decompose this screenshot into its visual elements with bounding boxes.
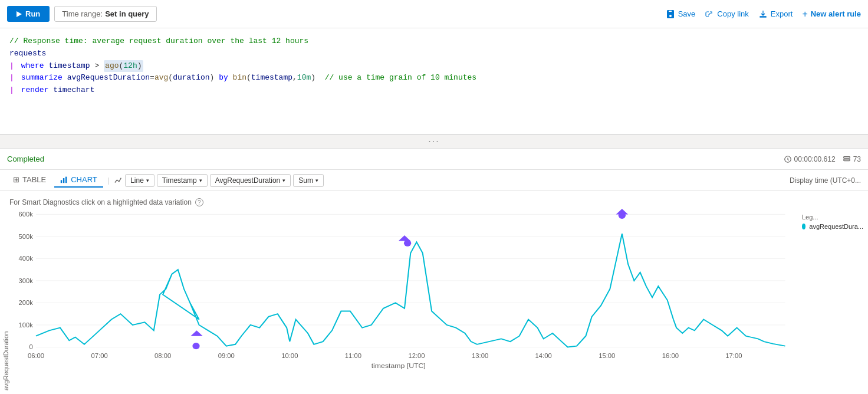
legend-item-avg: avgRequestDura... (802, 223, 863, 230)
svg-text:08:00: 08:00 (154, 353, 171, 359)
svg-text:06:00: 06:00 (28, 353, 44, 359)
query-line-comment: // Response time: average request durati… (9, 35, 859, 48)
query-editor[interactable]: // Response time: average request durati… (0, 28, 868, 134)
timestamp-dropdown[interactable]: Timestamp ▾ (157, 174, 208, 187)
avg-dropdown[interactable]: AvgRequestDuration ▾ (210, 174, 291, 187)
query-line-table: requests (9, 48, 859, 60)
query-field-timestamp: timestamp (48, 60, 90, 73)
svg-rect-3 (61, 180, 62, 183)
chart-toolbar: ⊞ TABLE CHART | Line ▾ Timestamp ▾ AvgRe… (0, 170, 868, 191)
line-dropdown[interactable]: Line ▾ (125, 174, 154, 187)
sum-chevron: ▾ (315, 178, 318, 183)
query-avg-fn: avg (154, 72, 168, 84)
svg-point-35 (192, 343, 199, 349)
query-line-where: | where timestamp > ago(12h) (9, 60, 859, 73)
timestamp-label: Timestamp (162, 176, 197, 185)
legend-label-avg: avgRequestDura... (809, 223, 863, 230)
info-icon[interactable]: ? (195, 198, 203, 206)
query-duration-field: duration (173, 72, 209, 84)
new-alert-label: New alert rule (811, 9, 861, 18)
svg-rect-2 (843, 159, 850, 161)
query-avg-expr: avgRequestDuration (67, 72, 150, 84)
time-range-button[interactable]: Time range: Set in query (54, 6, 156, 22)
copy-link-icon (705, 9, 714, 19)
query-10m: 10m (297, 72, 311, 84)
legend-dot-avg (802, 224, 805, 229)
toolbar-actions: Save Copy link Export + New alert rule (666, 9, 861, 19)
rows-meta: 73 (843, 155, 861, 163)
query-line-summarize: | summarize avgRequestDuration = avg ( d… (9, 72, 859, 84)
query-bin-fn: bin (233, 72, 246, 84)
chart-container: avgRequestDuration 600k 500k 400k 300k 2… (0, 209, 868, 390)
svg-text:09:00: 09:00 (218, 353, 235, 359)
svg-marker-33 (190, 330, 202, 336)
svg-text:12:00: 12:00 (408, 353, 425, 359)
svg-rect-4 (63, 178, 64, 183)
export-button[interactable]: Export (758, 9, 793, 19)
chart-icon (60, 176, 68, 183)
save-label: Save (678, 9, 696, 18)
avg-label: AvgRequestDuration (215, 176, 281, 185)
time-range-label: Time range: (62, 9, 103, 18)
timestamp-chevron: ▾ (199, 178, 202, 183)
svg-text:17:00: 17:00 (725, 353, 742, 359)
smart-diagnostics-bar: For Smart Diagnostics click on a highlig… (0, 196, 868, 209)
svg-text:200k: 200k (18, 300, 33, 306)
query-ago-fn: ago(12h) (104, 60, 143, 73)
svg-text:600k: 600k (18, 211, 33, 218)
svg-text:500k: 500k (18, 233, 33, 239)
sum-label: Sum (298, 176, 313, 185)
export-icon (758, 9, 768, 19)
y-axis-label: avgRequestDuration (0, 209, 12, 390)
query-pipe-3: | (9, 84, 14, 97)
sum-dropdown[interactable]: Sum ▾ (293, 174, 324, 187)
time-range-value: Set in query (105, 9, 149, 18)
run-button[interactable]: Run (7, 6, 50, 22)
run-label: Run (25, 9, 40, 18)
query-render-keyword: render (21, 84, 49, 97)
svg-text:14:00: 14:00 (535, 353, 552, 359)
copy-link-button[interactable]: Copy link (705, 9, 748, 19)
legend-area: Leg... avgRequestDura... (797, 209, 868, 390)
avg-chevron: ▾ (282, 178, 285, 183)
chart-tab[interactable]: CHART (54, 173, 103, 188)
line-label: Line (130, 176, 144, 185)
save-icon (666, 9, 675, 19)
svg-text:400k: 400k (18, 255, 33, 262)
query-timechart: timechart (53, 84, 94, 97)
query-summarize-keyword: summarize (21, 72, 63, 84)
svg-text:11:00: 11:00 (345, 353, 361, 359)
status-badge: Completed (7, 155, 44, 163)
svg-rect-1 (843, 156, 850, 158)
results-bar: Completed 00:00:00.612 73 (0, 149, 868, 170)
results-meta: 00:00:00.612 73 (784, 155, 861, 163)
save-button[interactable]: Save (666, 9, 696, 19)
svg-marker-38 (616, 209, 628, 214)
table-label: TABLE (22, 175, 46, 184)
row-count: 73 (853, 155, 861, 163)
table-tab[interactable]: ⊞ TABLE (7, 173, 52, 188)
copy-link-label: Copy link (717, 9, 748, 18)
resize-handle[interactable]: ··· (0, 134, 868, 149)
query-comment: // Response time: average request durati… (9, 35, 308, 48)
toolbar: Run Time range: Set in query Save Copy l… (0, 0, 868, 28)
svg-text:15:00: 15:00 (599, 353, 615, 359)
plus-icon: + (802, 9, 807, 19)
query-table: requests (9, 48, 46, 60)
svg-point-36 (404, 240, 411, 247)
line-chevron: ▾ (146, 178, 149, 183)
export-label: Export (771, 9, 793, 18)
query-where-keyword: where (21, 60, 44, 73)
chart-inner: 600k 500k 400k 300k 200k 100k 0 06:00 07… (12, 209, 797, 390)
duration-value: 00:00:00.612 (794, 155, 836, 163)
svg-text:13:00: 13:00 (472, 353, 488, 359)
query-by-keyword: by (219, 72, 228, 84)
smart-diag-text: For Smart Diagnostics click on a highlig… (9, 198, 192, 206)
chart-area: For Smart Diagnostics click on a highlig… (0, 191, 868, 394)
query-line3-comment: // use a time grain of 10 minutes (325, 72, 476, 84)
new-alert-button[interactable]: + New alert rule (802, 9, 861, 19)
svg-text:10:00: 10:00 (281, 353, 298, 359)
display-time: Display time (UTC+0... (790, 176, 861, 185)
line-chart-icon (114, 176, 123, 185)
svg-text:100k: 100k (18, 321, 33, 328)
